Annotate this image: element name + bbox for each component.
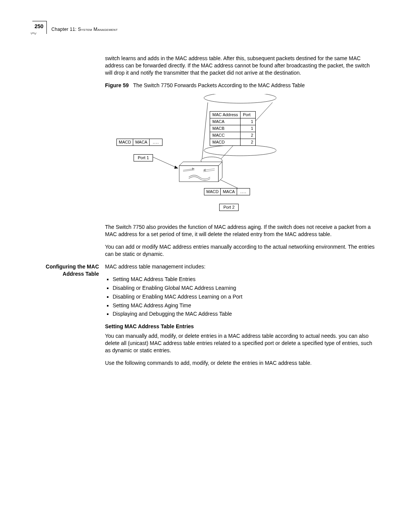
mac-th-port: Port	[241, 112, 256, 118]
port-1-label-wrap: Port 1	[134, 154, 153, 161]
chapter-name: System Management	[78, 27, 118, 32]
svg-line-2	[202, 102, 208, 159]
table-row: MACC	[210, 132, 241, 139]
packet-1: MACD MACA ....	[116, 139, 162, 146]
svg-marker-9	[179, 162, 222, 166]
margin-heading: Configuring the MAC Address Table	[32, 263, 99, 372]
packet-rest: ....	[237, 188, 250, 195]
port-1-label: Port 1	[134, 154, 153, 161]
page-number: 250	[35, 23, 43, 29]
table-row: MACB	[210, 125, 241, 132]
packet-src: MACA	[133, 139, 150, 146]
switch-icon	[179, 162, 222, 182]
list-item: Setting MAC Address Table Entries	[113, 276, 377, 283]
mac-table-overlay: MAC Address Port MACA1 MACB1 MACC2 MACD2	[210, 111, 256, 145]
intro-paragraph: switch learns and adds in the MAC addres…	[105, 55, 377, 77]
packet-dst: MACD	[116, 139, 133, 146]
table-row: MACA	[210, 118, 241, 125]
mac-address-table: MAC Address Port MACA1 MACB1 MACC2 MACD2	[210, 111, 256, 145]
sub-paragraph-2: Use the following commands to add, modif…	[105, 359, 377, 367]
bullet-list: Setting MAC Address Table Entries Disabl…	[113, 276, 377, 318]
figure-label: Figure 59	[105, 82, 129, 88]
figure-caption: Figure 59 The Switch 7750 Forwards Packe…	[105, 82, 377, 89]
packet-rest: ....	[150, 139, 162, 146]
svg-point-0	[204, 94, 276, 103]
sub-heading: Setting MAC Address Table Entries	[105, 323, 377, 330]
paragraph-manual: You can add or modify MAC address entrie…	[105, 243, 377, 258]
list-item: Disabling or Enabling Global MAC Address…	[113, 284, 377, 292]
paragraph-aging: The Switch 7750 also provides the functi…	[105, 224, 377, 238]
section-lead: MAC address table management includes:	[105, 263, 377, 270]
list-item: Setting MAC Address Aging Time	[113, 302, 377, 309]
svg-line-5	[153, 157, 178, 168]
sub-paragraph-1: You can manually add, modify, or delete …	[105, 332, 377, 354]
packet-dst: MACD	[204, 188, 221, 195]
body-block-1: switch learns and adds in the MAC addres…	[105, 55, 377, 263]
mac-th-addr: MAC Address	[210, 112, 241, 118]
list-item: Displaying and Debugging the MAC Address…	[113, 310, 377, 318]
packet-2: MACD MACA ....	[204, 188, 250, 195]
svg-marker-6	[174, 166, 178, 169]
figure-caption-text: The Switch 7750 Forwards Packets Accordi…	[133, 82, 305, 88]
body-block-2: MAC address table management includes: S…	[105, 263, 377, 372]
figure-diagram: MAC Address Port MACA1 MACB1 MACC2 MACD2…	[113, 94, 276, 216]
table-row: 1	[241, 118, 256, 125]
packet-src: MACA	[221, 188, 237, 195]
port-2-label: Port 2	[219, 204, 239, 211]
list-item: Disabling or Enabling MAC Address Learni…	[113, 293, 377, 300]
table-row: 2	[241, 132, 256, 139]
chapter-label: Chapter 11:	[51, 27, 78, 32]
table-row: 2	[241, 139, 256, 145]
page-number-box: 250 ·.·····..·	[32, 21, 47, 34]
table-row: 1	[241, 125, 256, 132]
content-grid: switch learns and adds in the MAC addres…	[32, 55, 377, 372]
svg-point-4	[204, 145, 276, 156]
page-header: 250 ·.·····..· Chapter 11: System Manage…	[32, 21, 377, 34]
margin-blank-1	[32, 55, 99, 263]
port-2-label-wrap: Port 2	[219, 203, 239, 211]
dots-decoration: ·.·····..·	[30, 31, 36, 35]
table-row: MACD	[210, 139, 241, 145]
svg-rect-10	[179, 166, 218, 182]
chapter-title: Chapter 11: System Management	[51, 26, 118, 34]
